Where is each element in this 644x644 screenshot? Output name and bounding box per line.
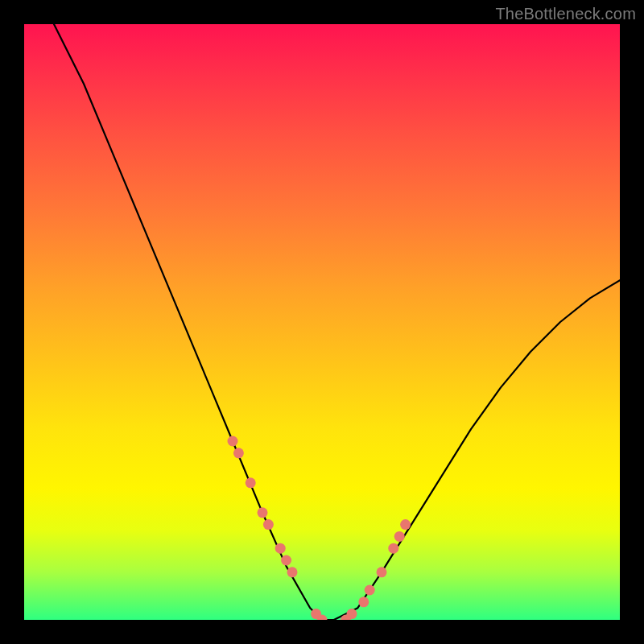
- marker-dot: [287, 567, 298, 577]
- marker-dot: [365, 585, 375, 596]
- chart-frame: TheBottleneck.com: [0, 0, 644, 644]
- bottleneck-curve: [54, 24, 620, 620]
- watermark-text: TheBottleneck.com: [495, 5, 636, 23]
- marker-dot: [347, 609, 357, 619]
- marker-dot: [275, 543, 286, 554]
- marker-dot: [228, 436, 238, 447]
- marker-dot: [358, 597, 369, 607]
- marker-dot: [246, 477, 256, 488]
- plot-area: [24, 24, 620, 620]
- marker-dot: [377, 567, 387, 577]
- marker-dot: [263, 519, 274, 530]
- marker-dot: [258, 507, 268, 518]
- marker-dot: [400, 519, 411, 530]
- marker-dot: [388, 543, 398, 554]
- highlight-dots: [228, 436, 411, 621]
- marker-dot: [233, 448, 244, 458]
- curve-layer: [24, 24, 620, 620]
- marker-dot: [394, 531, 405, 542]
- marker-dot: [281, 555, 291, 566]
